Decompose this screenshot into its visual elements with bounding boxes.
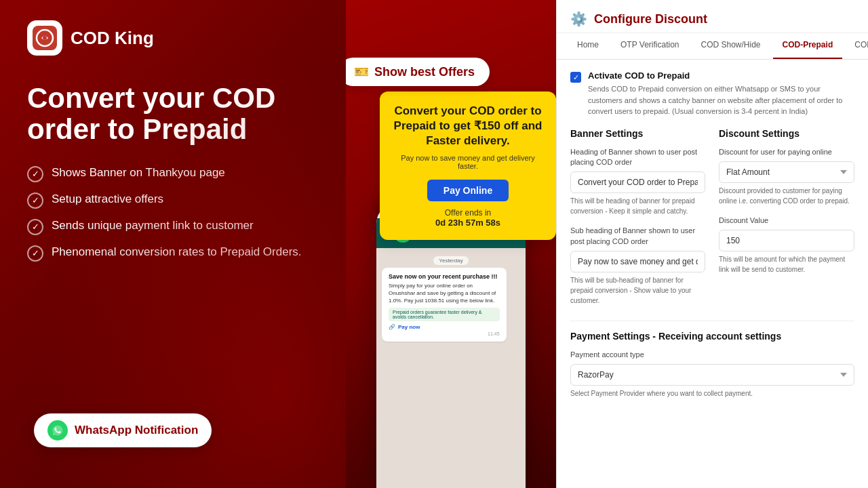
payment-account-select-wrapper: RazorPayStripePayU <box>570 364 854 386</box>
offers-badge[interactable]: 🎫 Show best Offers <box>346 58 490 86</box>
pay-now-link[interactable]: 🔗 Pay now <box>389 324 500 330</box>
feature-item: ✓Phenomenal conversion rates to Prepaid … <box>27 245 319 262</box>
phone-chat-area: Yesterday Save now on your recent purcha… <box>376 248 526 488</box>
configure-icon: ⚙️ <box>570 11 587 27</box>
logo-area: COD King <box>27 20 319 56</box>
phone-mockup: 9:41 ▲▲▲ WiFi ▮ ‹ A Awesome Customer tap… <box>376 203 526 488</box>
feature-text: Shows Banner on Thankyou page <box>52 165 225 180</box>
discount-type-label: Discount for user for paying online <box>719 147 854 157</box>
feature-item: ✓Sends unique payment link to customer <box>27 218 319 235</box>
banner-settings-col: Banner Settings Heading of Banner shown … <box>570 128 705 316</box>
banner-popup: Convert your COD order to Prepaid to get… <box>380 92 556 240</box>
payment-section: Payment Settings - Receiving account set… <box>570 321 854 399</box>
check-icon: ✓ <box>27 192 43 209</box>
banner-section-title: Banner Settings <box>570 128 705 139</box>
banner-heading: Convert your COD order to Prepaid to get… <box>393 104 542 148</box>
activate-title: Activate COD to Prepaid <box>588 70 854 81</box>
configure-header: ⚙️ Configure Discount <box>557 0 868 33</box>
subheading-field-group: Sub heading of Banner shown to user post… <box>570 226 705 306</box>
pay-online-button[interactable]: Pay Online <box>427 180 509 201</box>
features-list: ✓Shows Banner on Thankyou page✓Setup att… <box>27 165 319 262</box>
subheading-desc: This will be sub-heading of banner for p… <box>570 275 705 306</box>
nav-tab-home[interactable]: Home <box>568 33 608 59</box>
discount-value-desc: This will be amount for which the paymen… <box>719 254 854 274</box>
phone-screen: 9:41 ▲▲▲ WiFi ▮ ‹ A Awesome Customer tap… <box>376 203 526 488</box>
offers-badge-text: Show best Offers <box>374 65 475 79</box>
payment-account-desc: Select Payment Provider where you want t… <box>570 388 854 399</box>
subheading-label: Sub heading of Banner shown to user post… <box>570 226 705 247</box>
banner-subtext: Pay now to save money and get delivery f… <box>393 154 542 170</box>
msg-body: Simply pay for your online order on Onus… <box>389 282 500 305</box>
nav-tabs: HomeOTP VerificationCOD Show/HideCOD-Pre… <box>557 33 868 60</box>
heading-label: Heading of Banner shown to user post pla… <box>570 147 705 168</box>
heading-desc: This will be heading of banner for prepa… <box>570 196 705 216</box>
check-icon: ✓ <box>27 219 43 235</box>
offers-badge-icon: 🎫 <box>354 64 369 79</box>
discount-settings-col: Discount Settings Discount for user for … <box>719 128 854 316</box>
configure-title: Configure Discount <box>594 12 707 26</box>
activate-row: ✓ Activate COD to Prepaid Sends COD to P… <box>570 70 854 117</box>
discount-value-input[interactable] <box>719 230 854 251</box>
discount-value-label: Discount Value <box>719 216 854 226</box>
pay-now-text: Pay now <box>398 324 420 330</box>
activate-checkbox[interactable]: ✓ <box>570 72 581 83</box>
two-col: Banner Settings Heading of Banner shown … <box>570 128 854 316</box>
feature-item: ✓Setup attractive offers <box>27 192 319 209</box>
payment-account-group: Payment account type RazorPayStripePayU … <box>570 350 854 399</box>
whatsapp-badge-text: WhatsApp Notification <box>75 424 198 437</box>
checkbox-check-icon: ✓ <box>573 73 579 82</box>
payment-section-title: Payment Settings - Receiving account set… <box>570 331 854 342</box>
pay-now-icon: 🔗 <box>389 324 395 330</box>
subheading-input[interactable] <box>570 251 705 272</box>
feature-text: Phenomenal conversion rates to Prepaid O… <box>52 245 302 260</box>
discount-type-desc: Discount provided to customer for paying… <box>719 186 854 206</box>
discount-type-select-wrapper: Flat AmountPercentage <box>719 161 854 183</box>
message-bubble: Save now on your recent purchase !!! Sim… <box>382 268 507 342</box>
offer-timer: 0d 23h 57m 58s <box>393 218 542 228</box>
nav-tab-otp-verification[interactable]: OTP Verification <box>611 33 688 59</box>
middle-section: 🎫 Show best Offers Convert your COD orde… <box>346 0 556 488</box>
feature-text: Setup attractive offers <box>52 192 163 207</box>
feature-text: Sends unique payment link to customer <box>52 218 254 233</box>
discount-value-group: Discount Value This will be amount for w… <box>719 216 854 274</box>
date-divider: Yesterday <box>433 256 468 265</box>
discount-type-group: Discount for user for paying online Flat… <box>719 147 854 206</box>
msg-footer: Prepaid orders guarantee faster delivery… <box>389 308 500 321</box>
nav-tab-cod-show/hide[interactable]: COD Show/Hide <box>692 33 770 59</box>
msg-time: 11:45 <box>389 331 500 336</box>
logo-text: COD King <box>71 28 154 49</box>
right-section: ⚙️ Configure Discount HomeOTP Verificati… <box>556 0 868 488</box>
admin-content: ✓ Activate COD to Prepaid Sends COD to P… <box>557 60 868 488</box>
discount-type-select[interactable]: Flat AmountPercentage <box>719 161 854 183</box>
svg-point-2 <box>43 36 47 40</box>
activate-desc: Sends COD to Prepaid conversion on eithe… <box>588 83 854 117</box>
left-section: COD King Convert your COD order to Prepa… <box>0 0 346 488</box>
nav-tab-cod-prepaid[interactable]: COD-Prepaid <box>773 33 843 59</box>
nav-tab-cod-fees[interactable]: COD Fees <box>845 33 868 59</box>
heading-field-group: Heading of Banner shown to user post pla… <box>570 147 705 217</box>
feature-item: ✓Shows Banner on Thankyou page <box>27 165 319 182</box>
check-icon: ✓ <box>27 245 43 262</box>
msg-title: Save now on your recent purchase !!! <box>389 273 500 280</box>
offer-ends-label: Offer ends in <box>393 208 542 218</box>
whatsapp-icon <box>47 420 68 441</box>
check-icon: ✓ <box>27 166 43 182</box>
main-heading: Convert your COD order to Prepaid <box>27 83 319 145</box>
payment-account-label: Payment account type <box>570 350 854 360</box>
activate-content: Activate COD to Prepaid Sends COD to Pre… <box>588 70 854 117</box>
logo-icon <box>27 20 62 56</box>
admin-panel: ⚙️ Configure Discount HomeOTP Verificati… <box>556 0 868 488</box>
whatsapp-badge: WhatsApp Notification <box>34 413 212 447</box>
payment-account-select[interactable]: RazorPayStripePayU <box>570 364 854 386</box>
discount-section-title: Discount Settings <box>719 128 854 139</box>
heading-input[interactable] <box>570 171 705 193</box>
